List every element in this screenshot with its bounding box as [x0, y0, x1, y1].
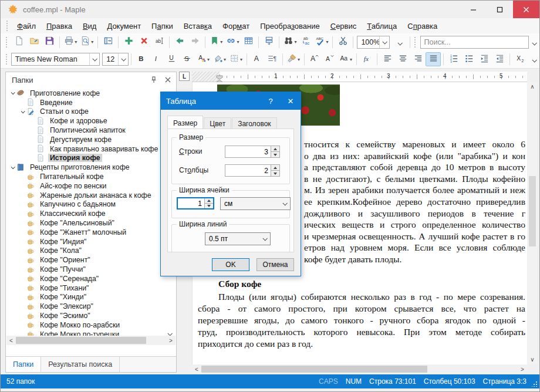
grow-font-button[interactable]: A [307, 52, 322, 66]
menu-item[interactable]: Документ [102, 19, 146, 33]
document-horizontal-scrollbar[interactable]: < > [192, 364, 527, 374]
search-dropdown-chevron[interactable] [532, 37, 536, 48]
toolbar-grip[interactable] [5, 37, 8, 48]
align-right-button[interactable] [410, 52, 426, 66]
table-button[interactable] [241, 35, 256, 49]
pin-icon[interactable] [148, 74, 160, 86]
menu-item[interactable]: Таблица [362, 19, 402, 33]
dialog-close-button[interactable]: ✕ [281, 92, 301, 110]
title-bar[interactable]: coffee.mpl - Maple [1, 1, 539, 18]
toolbar-overflow-chevron[interactable] [398, 37, 401, 48]
scrollbar-thumb[interactable] [529, 176, 536, 246]
maximize-button[interactable] [487, 1, 513, 18]
columns-spinner[interactable]: 2 [225, 164, 280, 177]
panel-tab-inactive[interactable]: Результаты поиска [41, 357, 120, 372]
print-button[interactable]: ▾ [62, 35, 79, 49]
dropdown-arrow-icon[interactable]: ▾ [240, 57, 242, 62]
cell-width-spinner[interactable]: 1 [177, 197, 214, 209]
cell-width-increment-button[interactable] [205, 198, 213, 203]
dialog-tab[interactable]: Размер [167, 116, 203, 129]
dropdown-arrow-icon[interactable]: ▾ [294, 39, 296, 45]
bookmark-button[interactable]: ▾ [208, 35, 224, 49]
tree-item[interactable]: Кофе Мокко по-арабски [6, 320, 167, 330]
delete-button[interactable] [136, 35, 151, 49]
strikethrough-button[interactable]: S [180, 52, 195, 66]
tree-item[interactable]: Кофе "Хинди" [6, 293, 167, 302]
align-justify-button[interactable] [426, 52, 441, 66]
align-left-button[interactable] [380, 52, 395, 66]
columns-decrement-button[interactable] [271, 170, 279, 176]
tree-item[interactable]: Приготовление кофе [6, 89, 167, 98]
dropdown-arrow-icon[interactable]: ▾ [75, 39, 77, 45]
menu-item[interactable]: Папки [146, 19, 178, 33]
menu-item[interactable]: Правка [41, 19, 77, 33]
tree-item[interactable]: Кофе "Элексир" [6, 302, 167, 311]
columns-value[interactable]: 2 [225, 165, 271, 176]
cut-button[interactable] [335, 35, 350, 49]
tree-item[interactable]: Дегустируем кофе [6, 135, 167, 144]
tree-item[interactable]: Кофе "Ориент" [6, 255, 167, 265]
borders-button[interactable]: ▾ [228, 52, 244, 66]
rename-button[interactable]: ab [151, 35, 167, 49]
dropdown-arrow-icon[interactable]: ▾ [298, 57, 300, 62]
scroll-right-arrow[interactable]: > [518, 366, 527, 373]
bullet-list-button[interactable] [461, 52, 477, 66]
tree-expander-icon[interactable] [8, 92, 16, 94]
minimize-button[interactable] [460, 1, 487, 18]
tree-item[interactable]: Кофе "Серенада" [6, 274, 167, 283]
tree-item[interactable]: Кофе "Тихани" [6, 283, 167, 293]
tree-item[interactable]: Кофе "Пуччи" [6, 265, 167, 274]
change-case-button[interactable]: Aa▾ [338, 52, 354, 66]
tree-item[interactable]: Кофе и здоровье [6, 116, 167, 126]
menu-item[interactable]: Сервис [325, 19, 362, 33]
menu-item[interactable]: Вставка [178, 19, 217, 33]
ok-button[interactable]: OK [212, 258, 249, 271]
line-width-combo[interactable]: 0.5 пт [205, 232, 271, 245]
scroll-up-arrow[interactable]: ∧ [528, 82, 537, 92]
font-size-combo[interactable]: 12 [102, 53, 129, 66]
tree-item[interactable]: Кофе "Индия" [6, 237, 167, 246]
combo-dropdown-chevron[interactable] [259, 237, 270, 241]
export-pane-button[interactable] [100, 35, 116, 49]
print-preview-button[interactable]: ▾ [79, 35, 95, 49]
outdent-button[interactable] [477, 52, 492, 66]
zoom-combo[interactable]: 100% [357, 36, 390, 49]
font-name-dropdown-button[interactable] [89, 53, 99, 65]
menu-item[interactable]: Справка [402, 19, 443, 33]
combo-dropdown-chevron[interactable] [279, 202, 290, 205]
tree-item[interactable]: Кофе "Жанетт" молочный [6, 228, 167, 237]
dropdown-arrow-icon[interactable]: ▾ [326, 39, 328, 45]
dropdown-arrow-icon[interactable]: ▾ [350, 57, 352, 62]
back-button[interactable] [172, 35, 187, 49]
zoom-dropdown-button[interactable] [379, 36, 389, 48]
menu-item[interactable]: Вид [77, 19, 102, 33]
dropdown-arrow-icon[interactable]: ▾ [224, 57, 226, 62]
shrink-font-button[interactable]: A [322, 52, 338, 66]
dropdown-arrow-icon[interactable]: ▾ [237, 39, 239, 45]
tree-item[interactable]: Кофе "Апельсиновый" [6, 218, 167, 228]
toolbar-grip[interactable] [5, 54, 8, 65]
font-size-dropdown-button[interactable] [118, 53, 128, 65]
bold-button[interactable]: B [134, 52, 149, 66]
tab-stop-selector[interactable]: L [179, 72, 190, 81]
tree-horizontal-scrollbar[interactable]: < > [6, 336, 176, 345]
close-panel-icon[interactable] [162, 74, 174, 86]
tree-item[interactable]: Питательный кофе [6, 172, 167, 181]
add-button[interactable] [121, 35, 136, 49]
columns-increment-button[interactable] [271, 165, 279, 170]
scroll-left-arrow[interactable]: < [192, 366, 201, 373]
dropdown-arrow-icon[interactable]: ▾ [220, 39, 222, 45]
italic-button[interactable]: I [149, 52, 164, 66]
dialog-tab[interactable]: Заголовок [232, 117, 276, 129]
forward-button[interactable] [187, 35, 203, 49]
highlight-button[interactable]: ▾ [211, 52, 228, 66]
open-file-button[interactable] [26, 35, 42, 49]
scrollbar-thumb[interactable] [16, 337, 146, 344]
scroll-down-arrow[interactable]: ∨ [528, 355, 537, 364]
tree-item[interactable]: Статьи о кофе [6, 107, 167, 117]
tree-item[interactable]: Классический кофе [6, 209, 167, 218]
cell-width-value[interactable]: 1 [178, 198, 204, 208]
format-painter-button[interactable]: ▾ [285, 52, 302, 66]
font-name-combo[interactable]: Times New Roman [11, 53, 100, 66]
scroll-right-arrow[interactable]: > [166, 337, 176, 344]
